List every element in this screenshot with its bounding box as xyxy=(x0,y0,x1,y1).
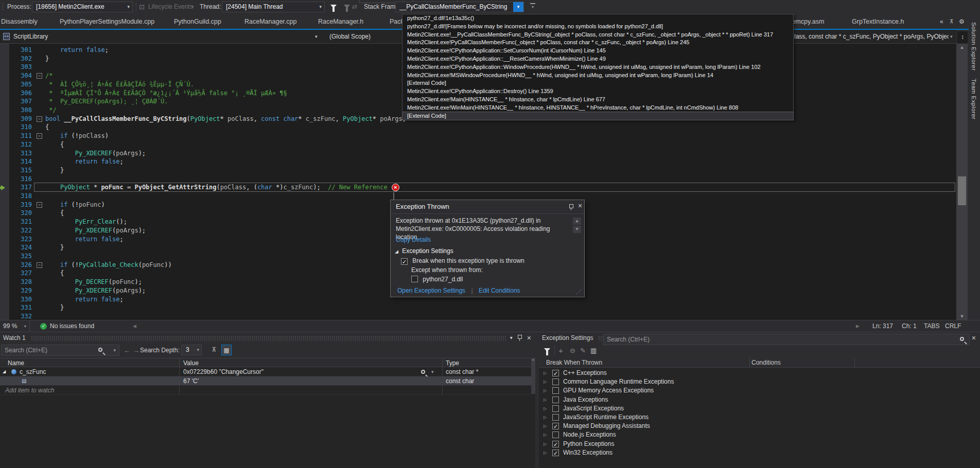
scroll-down-icon[interactable]: ▼ xyxy=(956,314,968,319)
code-text[interactable]: } xyxy=(45,166,64,175)
exception-checkbox[interactable] xyxy=(552,431,559,438)
tab-disassembly[interactable]: Disassembly xyxy=(1,14,38,29)
copy-details-link[interactable]: Copy Details xyxy=(396,236,431,243)
lifecycle-chevron-icon[interactable]: ▾ xyxy=(191,0,194,14)
edit-conditions-link[interactable]: Edit Conditions xyxy=(479,287,520,294)
break-checkbox[interactable]: ✓ xyxy=(401,258,408,265)
outline-collapse-icon[interactable]: − xyxy=(37,116,42,122)
exception-category-row[interactable]: ▷✓Managed Debugging Assistants xyxy=(539,422,980,430)
code-text[interactable]: if (!poClass) xyxy=(45,132,109,140)
exception-category-label[interactable]: Managed Debugging Assistants xyxy=(563,422,650,430)
line-number[interactable]: 315 xyxy=(9,166,32,175)
exception-category-row[interactable]: ▷Node.js Exceptions xyxy=(539,430,980,439)
tab-grptextinstance-h[interactable]: GrpTextInstance.h xyxy=(852,14,904,29)
swap-threads-icon[interactable]: ⇄ xyxy=(352,0,357,14)
exception-settings-section[interactable]: ◢ Exception Settings xyxy=(395,247,453,255)
code-text[interactable]: PyObject * poFunc = PyObject_GetAttrStri… xyxy=(45,183,399,192)
code-text[interactable]: { xyxy=(45,269,64,278)
line-number[interactable]: 323 xyxy=(9,235,32,244)
filter-icon[interactable] xyxy=(544,348,550,352)
exception-category-label[interactable]: Common Language Runtime Exceptions xyxy=(563,377,674,386)
watch-row[interactable]: ▤67 'C'const char xyxy=(0,376,531,386)
exception-category-label[interactable]: Java Exceptions xyxy=(563,395,608,404)
watch-visualizer-toggle-icon[interactable]: ▦ xyxy=(221,345,232,355)
exception-category-row[interactable]: ▷GPU Memory Access Exceptions xyxy=(539,386,980,395)
column-divider[interactable] xyxy=(179,358,180,368)
watch-row-value[interactable]: 0x07229b60 "ChangeCursor" xyxy=(183,367,420,376)
stack-frame-item[interactable]: Metin2Client.exe!CPythonApplication::Set… xyxy=(402,47,793,55)
stack-frame-dropdown[interactable]: __PyCallClassMemberFunc_ByCString ▾ xyxy=(395,2,524,12)
show-columns-icon[interactable]: ▥ xyxy=(590,343,597,358)
line-number[interactable]: 306 xyxy=(9,89,32,98)
remove-exception-icon[interactable]: ⊖ xyxy=(570,343,575,358)
tab-racemanager-h[interactable]: RaceManager.h xyxy=(318,14,363,29)
edit-icon[interactable]: ✎ xyxy=(580,343,586,358)
watch-grid-header[interactable]: Name Value Type xyxy=(0,358,531,367)
code-text[interactable]: bool __PyCallClassMemberFunc_ByCString(P… xyxy=(45,115,410,123)
line-number[interactable]: 311 xyxy=(9,132,32,140)
scrollbar-thumb[interactable] xyxy=(958,176,966,205)
code-text[interactable]: } xyxy=(45,243,64,252)
search-icon[interactable] xyxy=(960,337,964,341)
exception-category-label[interactable]: C++ Exceptions xyxy=(563,369,607,377)
outline-collapse-icon[interactable]: − xyxy=(37,133,42,139)
stack-frame-item[interactable]: [External Code] xyxy=(402,79,793,87)
exception-category-row[interactable]: ▷✓C++ Exceptions xyxy=(539,369,980,377)
collapsed-icon[interactable]: ▷ xyxy=(544,377,547,386)
code-text[interactable]: /* xyxy=(45,71,52,80)
close-icon[interactable]: × xyxy=(527,334,531,342)
code-line[interactable]: 312 { xyxy=(0,140,955,149)
stack-frame-item[interactable]: Metin2Client.exe!MSWindowProcedure(HWND_… xyxy=(402,71,793,80)
line-number[interactable]: 309 xyxy=(9,115,32,123)
stack-frame-item[interactable]: python27_d.dll!1e13a35c() xyxy=(402,14,793,23)
code-text[interactable]: * Py_DECREF(poArgs); ¸¦ ÇØÁØ´Ù. xyxy=(45,97,168,106)
collapsed-icon[interactable]: ▷ xyxy=(544,440,547,448)
line-number[interactable]: 304 xyxy=(9,71,32,80)
code-text[interactable]: if (!poFunc) xyxy=(45,201,105,209)
stack-frame-item[interactable]: Metin2Client.exe!Main(HINSTANCE__ * hIns… xyxy=(402,96,793,104)
tab-pack[interactable]: Pack xyxy=(390,14,404,29)
exception-category-label[interactable]: GPU Memory Access Exceptions xyxy=(563,386,654,395)
exception-checkbox[interactable]: ✓ xyxy=(552,449,559,456)
line-number[interactable]: 319 xyxy=(9,201,32,209)
pin-icon[interactable] xyxy=(517,335,522,341)
code-text[interactable]: if (!PyCallable_Check(poFunc)) xyxy=(45,261,172,269)
lifecycle-events-icon[interactable]: ⊡ xyxy=(139,0,145,14)
exception-checkbox[interactable]: ✓ xyxy=(552,423,559,429)
code-line[interactable]: 313 Py_XDECREF(poArgs); xyxy=(0,149,955,158)
search-icon[interactable] xyxy=(98,348,102,352)
watch-row-name[interactable]: c_szFunc xyxy=(20,367,46,376)
code-text[interactable]: * ºÎµæÀÌ ÇÏ°Ô Á÷Á¢ È£ÃâÇÒ °æ¿ì¿¡´Â ¹Ýµå½… xyxy=(45,89,287,98)
code-text[interactable]: } xyxy=(45,303,64,312)
code-text[interactable]: { xyxy=(45,209,64,218)
line-number[interactable]: 324 xyxy=(9,243,32,252)
pinned-tabs-icon[interactable]: ⊼ xyxy=(950,14,953,29)
column-header-value[interactable]: Value xyxy=(183,358,199,368)
exception-checkbox[interactable] xyxy=(552,414,559,421)
module-checkbox[interactable] xyxy=(411,276,418,282)
watch-row[interactable]: ◢c_szFunc0x07229b60 "ChangeCursor"▾const… xyxy=(0,367,531,376)
collapsed-icon[interactable]: ▷ xyxy=(544,404,547,413)
line-number[interactable]: 307 xyxy=(9,97,32,106)
search-input[interactable] xyxy=(607,334,899,345)
visualizer-search-icon[interactable] xyxy=(421,370,425,374)
hscroll-right-icon[interactable]: ▶ xyxy=(856,320,860,332)
stack-frame-item[interactable]: Metin2Client.exe!__PyCallClassMemberFunc… xyxy=(402,31,793,39)
line-number[interactable]: 308 xyxy=(9,106,32,115)
search-input[interactable] xyxy=(5,345,98,355)
search-forward-icon[interactable]: → xyxy=(133,343,139,358)
chevron-down-icon[interactable]: ▾ xyxy=(113,345,116,355)
editor-split-handle[interactable]: ↕ xyxy=(957,31,968,43)
exception-error-icon[interactable]: × xyxy=(392,184,399,191)
exception-category-row[interactable]: ▷✓Python Exceptions xyxy=(539,440,980,448)
code-line[interactable]: 332 xyxy=(0,312,955,320)
collapsed-icon[interactable]: ▷ xyxy=(544,448,547,457)
exception-category-row[interactable]: ▷✓Win32 Exceptions xyxy=(539,448,980,457)
lifecycle-events-label[interactable]: Lifecycle Events xyxy=(148,0,193,14)
close-icon[interactable]: × xyxy=(972,334,976,342)
code-text[interactable]: { xyxy=(45,140,64,149)
gear-icon[interactable]: ⚙ xyxy=(959,14,965,29)
code-line[interactable]: 316 xyxy=(0,175,955,184)
exception-category-label[interactable]: Python Exceptions xyxy=(563,440,614,448)
search-depth-dropdown[interactable]: 3 ▾ xyxy=(181,345,202,355)
